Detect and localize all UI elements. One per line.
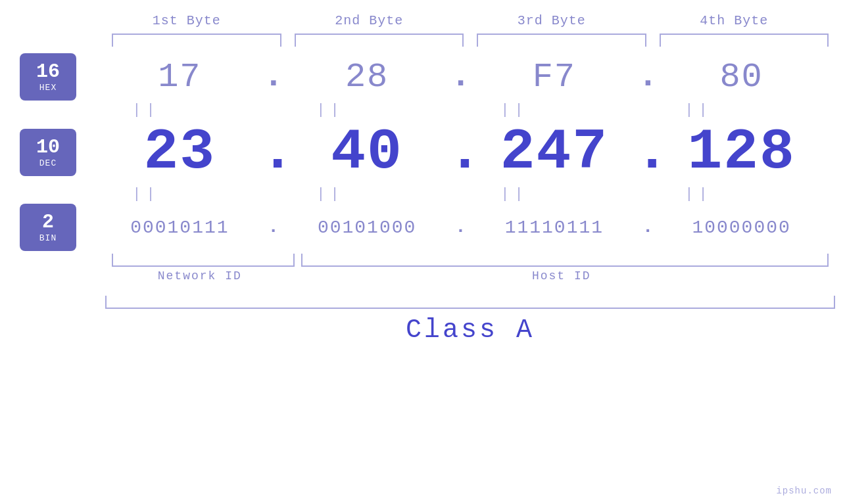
top-bracket-3	[477, 34, 646, 47]
bin-badge-label: BIN	[39, 233, 57, 243]
top-bracket-1	[112, 34, 281, 47]
class-section: Class A	[105, 296, 835, 345]
bin-values: 00010111 . 00101000 . 11110111 . 1000000…	[96, 218, 825, 238]
network-id-label: Network ID	[105, 269, 288, 283]
top-bracket-4	[660, 34, 829, 47]
bin-byte3-cell: 11110111	[471, 218, 639, 238]
bin-byte1: 00010111	[130, 218, 229, 238]
equals-1-b1: ||	[132, 102, 160, 118]
equals-1-b3: ||	[500, 102, 528, 118]
bin-byte1-cell: 00010111	[96, 218, 264, 238]
byte4-header: 4th Byte	[643, 13, 826, 28]
hex-values: 17 . 28 . F7 . 80	[96, 58, 825, 97]
dec-byte3-cell: 247	[471, 120, 639, 185]
host-bracket	[301, 254, 829, 267]
hex-badge-label: HEX	[39, 83, 57, 93]
class-bracket	[105, 296, 835, 309]
bin-byte4-cell: 10000000	[658, 218, 825, 238]
byte1-header: 1st Byte	[95, 13, 278, 28]
bottom-section: Network ID Host ID	[105, 254, 835, 283]
bin-dot1: .	[264, 218, 283, 237]
dec-badge-label: DEC	[39, 158, 57, 168]
hex-byte2: 28	[345, 58, 389, 97]
hex-badge: 16 HEX	[20, 53, 76, 101]
class-label: Class A	[105, 315, 835, 345]
bin-byte4: 10000000	[692, 218, 790, 238]
bottom-labels: Network ID Host ID	[105, 269, 835, 283]
equals-row-1: || || || ||	[58, 102, 788, 118]
hex-byte3-cell: F7	[471, 58, 639, 97]
hex-dot2: .	[451, 60, 471, 94]
bin-badge: 2 BIN	[20, 204, 76, 251]
equals-2-b1: ||	[132, 186, 160, 202]
dec-byte1: 23	[144, 120, 216, 185]
dec-byte4-cell: 128	[658, 120, 825, 185]
dec-dot1: .	[264, 124, 283, 181]
dec-dot2: .	[451, 124, 471, 181]
hex-byte4: 80	[719, 58, 763, 97]
dec-byte1-cell: 23	[96, 120, 264, 185]
dec-badge: 10 DEC	[20, 129, 76, 176]
hex-byte1-cell: 17	[96, 58, 264, 97]
equals-2-b4: ||	[685, 186, 712, 202]
top-brackets	[105, 34, 835, 47]
dec-badge-number: 10	[36, 137, 60, 158]
bin-dot3: .	[638, 218, 658, 237]
hex-dot1: .	[264, 60, 283, 94]
hex-badge-number: 16	[36, 61, 60, 83]
bin-byte3: 11110111	[505, 218, 604, 238]
equals-row-2: || || || ||	[58, 186, 788, 202]
dec-values: 23 . 40 . 247 . 128	[96, 120, 825, 185]
hex-byte2-cell: 28	[283, 58, 451, 97]
main-container: 1st Byte 2nd Byte 3rd Byte 4th Byte 16 H…	[0, 0, 845, 504]
bin-badge-number: 2	[42, 212, 54, 233]
hex-byte1: 17	[158, 58, 201, 97]
hex-row: 16 HEX 17 . 28 . F7 . 80	[0, 53, 845, 101]
bin-byte2-cell: 00101000	[283, 218, 451, 238]
dec-byte4: 128	[687, 120, 795, 185]
top-bracket-2	[295, 34, 464, 47]
dec-byte3: 247	[500, 120, 608, 185]
network-bracket	[112, 254, 295, 267]
equals-1-b4: ||	[685, 102, 712, 118]
byte2-header: 2nd Byte	[278, 13, 461, 28]
watermark: ipshu.com	[776, 486, 832, 496]
dec-byte2: 40	[331, 120, 403, 185]
bin-row: 2 BIN 00010111 . 00101000 . 11110111 . 1…	[0, 204, 845, 251]
equals-1-b2: ||	[316, 102, 344, 118]
dec-byte2-cell: 40	[283, 120, 451, 185]
dec-row: 10 DEC 23 . 40 . 247 . 128	[0, 120, 845, 185]
equals-2-b2: ||	[316, 186, 344, 202]
hex-dot3: .	[638, 60, 658, 94]
hex-byte3: F7	[533, 58, 576, 97]
equals-2-b3: ||	[500, 186, 528, 202]
byte3-header: 3rd Byte	[460, 13, 643, 28]
hex-byte4-cell: 80	[658, 58, 825, 97]
bottom-brackets	[105, 254, 835, 267]
dec-dot3: .	[638, 124, 658, 181]
bin-dot2: .	[451, 218, 471, 237]
byte-headers: 1st Byte 2nd Byte 3rd Byte 4th Byte	[0, 13, 845, 28]
bin-byte2: 00101000	[318, 218, 416, 238]
host-id-label: Host ID	[288, 269, 836, 283]
